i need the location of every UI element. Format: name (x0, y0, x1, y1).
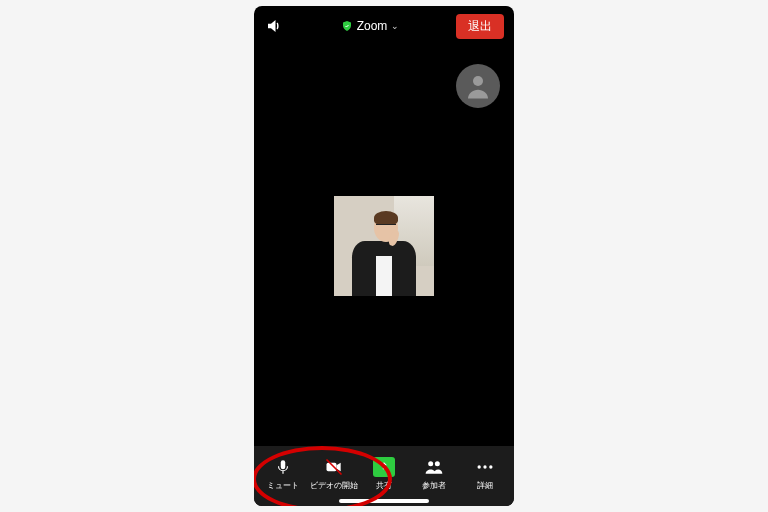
person-icon (463, 71, 493, 101)
self-video-placeholder (334, 196, 434, 296)
svg-point-0 (473, 76, 483, 86)
svg-point-4 (429, 461, 434, 466)
shield-check-icon (341, 20, 353, 32)
svg-rect-1 (281, 460, 286, 469)
more-label: 詳細 (477, 480, 493, 491)
participants-button[interactable]: 参加者 (409, 457, 459, 491)
video-off-icon (324, 457, 344, 477)
svg-point-5 (435, 461, 440, 466)
svg-point-6 (477, 465, 480, 468)
home-indicator (339, 499, 429, 503)
participants-icon (424, 457, 444, 477)
bottom-toolbar: ミュート ビデオの開始 共有 (254, 446, 514, 506)
phone-frame: Zoom ⌄ 退出 (254, 6, 514, 506)
meeting-title[interactable]: Zoom ⌄ (341, 19, 400, 33)
share-label: 共有 (376, 480, 392, 491)
speaker-icon[interactable] (264, 16, 284, 36)
video-label: ビデオの開始 (310, 480, 358, 491)
more-horizontal-icon (475, 457, 495, 477)
start-video-button[interactable]: ビデオの開始 (308, 457, 358, 491)
remote-participant-avatar[interactable] (456, 64, 500, 108)
svg-point-8 (489, 465, 492, 468)
exit-button[interactable]: 退出 (456, 14, 504, 39)
share-screen-icon (373, 457, 395, 477)
video-area (254, 46, 514, 446)
mute-button[interactable]: ミュート (258, 457, 308, 491)
chevron-down-icon: ⌄ (391, 21, 399, 31)
microphone-icon (273, 457, 293, 477)
top-bar: Zoom ⌄ 退出 (254, 6, 514, 46)
more-button[interactable]: 詳細 (460, 457, 510, 491)
participants-label: 参加者 (422, 480, 446, 491)
app-title-text: Zoom (357, 19, 388, 33)
self-video-thumbnail[interactable] (334, 196, 434, 296)
mute-label: ミュート (267, 480, 299, 491)
share-button[interactable]: 共有 (359, 457, 409, 491)
svg-point-7 (483, 465, 486, 468)
